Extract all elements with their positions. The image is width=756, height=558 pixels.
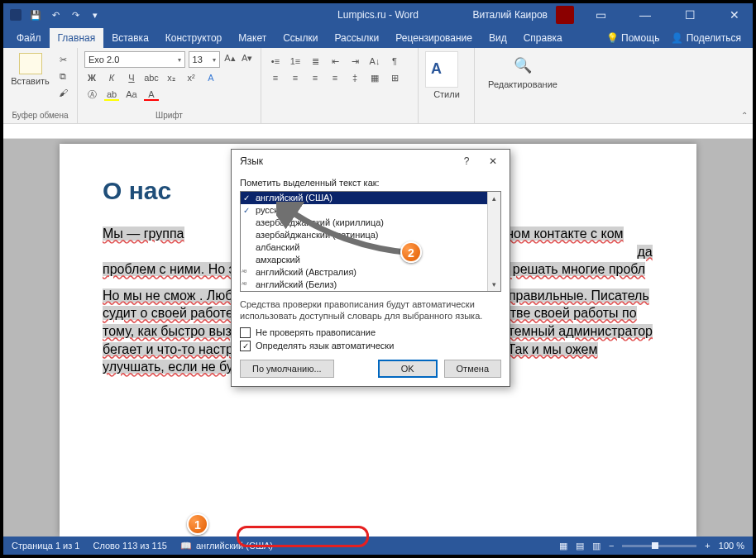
status-language-label: английский (США) (196, 541, 273, 551)
tab-design[interactable]: Конструктор (157, 28, 230, 48)
checkbox-no-check[interactable]: Не проверять правописание (240, 327, 501, 338)
view-print-icon[interactable]: ▤ (576, 541, 584, 551)
ribbon-tabs: Файл Главная Вставка Конструктор Макет С… (3, 26, 753, 48)
copy-icon[interactable]: ⧉ (55, 69, 70, 83)
dec-indent-icon[interactable]: ⇤ (328, 55, 342, 68)
tab-home[interactable]: Главная (50, 28, 104, 48)
subscript-icon[interactable]: x₂ (164, 71, 179, 84)
dialog-titlebar[interactable]: Язык ? ✕ (232, 150, 510, 173)
user-name[interactable]: Виталий Каиров (472, 9, 548, 21)
mark-text-label: Пометить выделенный текст как: (240, 178, 501, 188)
font-name-combo[interactable]: Exo 2.0▾ (84, 51, 185, 68)
dialog-close-button[interactable]: ✕ (481, 152, 505, 170)
clear-format-icon[interactable]: Ⓐ (84, 88, 99, 101)
minimize-button[interactable]: — (627, 3, 663, 26)
multilevel-icon[interactable]: ≣ (308, 55, 323, 68)
status-page[interactable]: Страница 1 из 1 (12, 541, 79, 551)
scroll-up-icon[interactable]: ▴ (488, 192, 500, 205)
italic-icon[interactable]: К (104, 71, 119, 84)
view-web-icon[interactable]: ▥ (592, 541, 600, 551)
clipboard-icon (19, 53, 42, 74)
checkbox-auto-detect-label: Определять язык автоматически (256, 341, 394, 351)
tab-review[interactable]: Рецензирование (387, 28, 481, 48)
change-case-icon[interactable]: Aa (124, 88, 139, 101)
ruler[interactable] (3, 124, 753, 139)
inc-indent-icon[interactable]: ⇥ (347, 55, 362, 68)
tab-insert[interactable]: Вставка (103, 28, 157, 48)
shading-icon[interactable]: ▦ (367, 71, 382, 84)
qa-redo-icon[interactable]: ↷ (68, 7, 83, 22)
qa-undo-icon[interactable]: ↶ (48, 7, 63, 22)
group-paragraph-label (268, 109, 411, 123)
share-button[interactable]: 👤 Поделиться (671, 32, 741, 44)
tab-references[interactable]: Ссылки (275, 28, 326, 48)
ribbon-options-icon[interactable]: ▭ (582, 3, 619, 26)
listbox-scrollbar[interactable]: ▴ ▾ (487, 192, 500, 291)
avatar[interactable] (556, 6, 574, 24)
scroll-down-icon[interactable]: ▾ (488, 278, 500, 291)
justify-icon[interactable]: ≡ (328, 71, 342, 84)
show-marks-icon[interactable]: ¶ (387, 55, 402, 68)
tab-help[interactable]: Справка (515, 28, 571, 48)
align-center-icon[interactable]: ≡ (288, 71, 303, 84)
checkbox-icon (240, 327, 251, 338)
styles-button[interactable]: A Стили (425, 51, 468, 99)
view-read-icon[interactable]: ▦ (559, 541, 567, 551)
tab-mailings[interactable]: Рассылки (326, 28, 387, 48)
font-size-combo[interactable]: 13▾ (189, 51, 220, 68)
status-word-count[interactable]: Слово 113 из 115 (93, 541, 167, 551)
tab-file[interactable]: Файл (8, 28, 50, 48)
align-right-icon[interactable]: ≡ (308, 71, 323, 84)
ribbon: Вставить ✂ ⧉ 🖌 Буфер обмена Exo 2.0▾ 13▾… (3, 48, 753, 124)
maximize-button[interactable]: ☐ (672, 3, 708, 26)
underline-icon[interactable]: Ч (124, 71, 139, 84)
checkbox-icon: ✓ (240, 341, 251, 351)
lang-item-english-bz[interactable]: английский (Белиз) (241, 279, 500, 291)
highlight-icon[interactable]: ab (104, 88, 119, 101)
search-icon: 🔍 (481, 56, 564, 74)
font-color-icon[interactable]: A (144, 88, 159, 101)
format-painter-icon[interactable]: 🖌 (55, 86, 70, 99)
checkbox-no-check-label: Не проверять правописание (256, 327, 376, 337)
styles-label: Стили (425, 89, 468, 99)
dialog-help-button[interactable]: ? (455, 152, 478, 170)
sort-icon[interactable]: A↓ (367, 55, 382, 68)
qa-save-icon[interactable]: 💾 (28, 7, 43, 22)
borders-icon[interactable]: ⊞ (387, 71, 402, 84)
numbering-icon[interactable]: 1≡ (288, 55, 303, 68)
zoom-out-button[interactable]: − (609, 541, 614, 551)
superscript-icon[interactable]: x² (184, 71, 199, 84)
status-language[interactable]: 📖 английский (США) (180, 541, 273, 551)
strike-icon[interactable]: abc (144, 71, 159, 84)
bullets-icon[interactable]: •≡ (268, 55, 283, 68)
zoom-slider[interactable] (622, 545, 696, 547)
default-button[interactable]: По умолчанию... (240, 360, 334, 378)
group-font-label: Шрифт (84, 109, 254, 123)
status-bar: Страница 1 из 1 Слово 113 из 115 📖 англи… (3, 537, 753, 555)
lang-item-english-au[interactable]: английский (Австралия) (241, 266, 500, 279)
cut-icon[interactable]: ✂ (55, 53, 70, 66)
collapse-ribbon-icon[interactable]: ⌃ (741, 111, 748, 120)
window-title: Lumpics.ru - Word (337, 9, 419, 21)
zoom-level[interactable]: 100 % (719, 541, 744, 551)
text-effects-icon[interactable]: A (203, 71, 218, 84)
ok-button[interactable]: OK (378, 360, 438, 378)
editing-button[interactable]: 🔍 Редактирование (481, 51, 564, 89)
tell-me[interactable]: 💡 Помощь (606, 32, 660, 44)
paste-button[interactable]: Вставить (10, 51, 50, 86)
styles-icon: A (425, 51, 458, 88)
paste-label: Вставить (10, 76, 50, 86)
close-button[interactable]: ✕ (716, 3, 753, 26)
bold-icon[interactable]: Ж (84, 71, 99, 84)
align-left-icon[interactable]: ≡ (268, 71, 283, 84)
line-spacing-icon[interactable]: ‡ (347, 71, 362, 84)
checkbox-auto-detect[interactable]: ✓ Определять язык автоматически (240, 341, 501, 351)
qa-customize-icon[interactable]: ▾ (88, 7, 103, 22)
tab-layout[interactable]: Макет (230, 28, 275, 48)
shrink-font-icon[interactable]: A▾ (240, 51, 254, 64)
zoom-in-button[interactable]: + (705, 541, 710, 551)
grow-font-icon[interactable]: A▴ (223, 51, 237, 64)
cancel-button[interactable]: Отмена (444, 360, 501, 378)
app-icon (10, 9, 22, 21)
tab-view[interactable]: Вид (481, 28, 515, 48)
